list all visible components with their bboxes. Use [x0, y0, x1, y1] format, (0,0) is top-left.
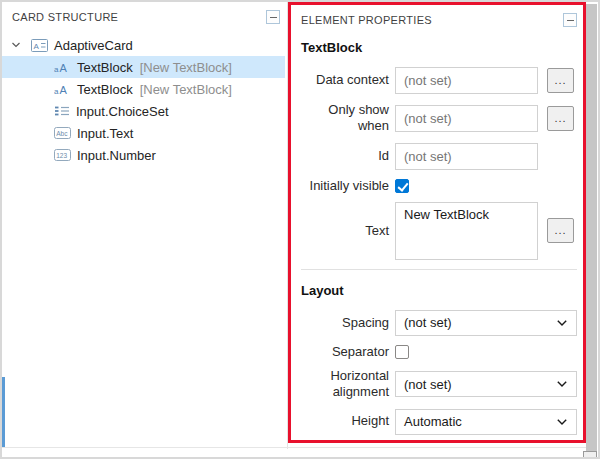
- element-properties-panel: ELEMENT PROPERTIES TextBlock Data contex…: [291, 5, 583, 443]
- input-number-icon: 123: [54, 149, 71, 161]
- field-row-id: Id: [299, 143, 579, 170]
- left-edge-selection-fragment: [2, 377, 5, 447]
- svg-text:A: A: [34, 41, 40, 50]
- spacing-label: Spacing: [299, 315, 389, 331]
- only-show-when-input[interactable]: [395, 105, 538, 132]
- svg-text:Abc: Abc: [56, 130, 68, 137]
- field-row-only-show-when: Only show when ...: [299, 102, 579, 135]
- card-structure-title: CARD STRUCTURE: [12, 11, 118, 23]
- height-value: Automatic: [404, 414, 462, 429]
- only-show-when-ellipsis-button[interactable]: ...: [547, 106, 574, 131]
- field-row-text: Text New TextBlock ...: [299, 202, 579, 260]
- horizontal-alignment-label: Horizontal alignment: [299, 368, 389, 401]
- field-row-height: Height Automatic: [299, 409, 579, 435]
- id-input[interactable]: [395, 143, 538, 170]
- section-divider: [301, 269, 577, 270]
- designer-window: CARD STRUCTURE A AdaptiveCard: [0, 0, 600, 459]
- element-properties-header: ELEMENT PROPERTIES: [299, 10, 579, 27]
- height-select[interactable]: Automatic: [395, 409, 577, 435]
- chevron-down-icon: [557, 320, 567, 326]
- clipped-ellipsis-button: [583, 451, 597, 459]
- separator-label: Separator: [299, 344, 389, 360]
- tree-item-label: Input.Text: [77, 126, 133, 141]
- text-label: Text: [299, 223, 389, 239]
- collapse-card-structure-button[interactable]: [266, 10, 280, 24]
- tree-item-input-text[interactable]: Abc Input.Text: [2, 122, 285, 144]
- section-title-layout: Layout: [301, 283, 579, 298]
- horizontal-alignment-value: (not set): [404, 377, 452, 392]
- field-row-data-context: Data context ...: [299, 67, 579, 94]
- tree-item-suffix: [New TextBlock]: [140, 82, 232, 97]
- only-show-when-label: Only show when: [299, 102, 389, 135]
- separator-checkbox[interactable]: [395, 345, 409, 359]
- text-ellipsis-button[interactable]: ...: [547, 218, 574, 243]
- layout-fields: Spacing (not set) Separator Horizontal a…: [299, 310, 579, 443]
- tree-item-adaptivecard[interactable]: A AdaptiveCard: [2, 34, 285, 56]
- chevron-down-icon: [557, 419, 567, 425]
- data-context-label: Data context: [299, 72, 389, 88]
- element-properties-title: ELEMENT PROPERTIES: [301, 14, 432, 26]
- textblock-icon: a A: [54, 83, 71, 96]
- minus-icon: [270, 17, 277, 18]
- textblock-icon: a A: [54, 61, 71, 74]
- chevron-down-icon: [557, 381, 567, 387]
- panel-bottom-divider: [2, 447, 586, 448]
- card-structure-header: CARD STRUCTURE: [2, 2, 285, 24]
- card-structure-tree: A AdaptiveCard a A TextBlock [New TextBl…: [2, 34, 285, 166]
- tree-item-label: Input.Number: [77, 148, 156, 163]
- id-label: Id: [299, 148, 389, 164]
- field-row-initially-visible: Initially visible: [299, 178, 579, 194]
- field-row-wrap: Wrap: [299, 443, 579, 444]
- height-label: Height: [299, 413, 389, 429]
- data-context-ellipsis-button[interactable]: ...: [547, 68, 574, 93]
- tree-item-label: Input.ChoiceSet: [76, 104, 169, 119]
- spacing-select[interactable]: (not set): [395, 310, 577, 336]
- horizontal-alignment-select[interactable]: (not set): [395, 371, 577, 397]
- spacing-value: (not set): [404, 315, 452, 330]
- textblock-fields: Data context ... Only show when ... Id I…: [299, 67, 579, 260]
- element-properties-highlight: ELEMENT PROPERTIES TextBlock Data contex…: [288, 2, 586, 443]
- svg-text:a: a: [54, 87, 59, 96]
- field-row-spacing: Spacing (not set): [299, 310, 579, 336]
- tree-item-label: TextBlock: [77, 82, 133, 97]
- minus-icon: [567, 20, 574, 21]
- tree-item-label: AdaptiveCard: [54, 38, 133, 53]
- tree-item-suffix: [New TextBlock]: [140, 60, 232, 75]
- tree-item-textblock-1[interactable]: a A TextBlock [New TextBlock]: [2, 56, 285, 78]
- initially-visible-checkbox[interactable]: [395, 179, 409, 193]
- choiceset-icon: [54, 105, 70, 117]
- field-row-separator: Separator: [299, 344, 579, 360]
- tree-item-label: TextBlock: [77, 60, 133, 75]
- svg-text:a: a: [54, 65, 59, 74]
- input-text-icon: Abc: [54, 127, 71, 139]
- tree-item-input-number[interactable]: 123 Input.Number: [2, 144, 285, 166]
- collapse-element-properties-button[interactable]: [563, 13, 577, 27]
- field-row-horizontal-alignment: Horizontal alignment (not set): [299, 368, 579, 401]
- card-structure-panel: CARD STRUCTURE A AdaptiveCard: [2, 2, 285, 447]
- svg-text:A: A: [60, 62, 68, 74]
- tree-item-input-choiceset[interactable]: Input.ChoiceSet: [2, 100, 285, 122]
- svg-text:123: 123: [56, 152, 67, 159]
- adaptive-card-icon: A: [31, 39, 48, 52]
- initially-visible-label: Initially visible: [299, 178, 389, 194]
- window-edge-strip: [586, 4, 597, 459]
- svg-text:A: A: [60, 84, 68, 96]
- data-context-input[interactable]: [395, 67, 538, 94]
- section-title-textblock: TextBlock: [301, 40, 579, 55]
- chevron-down-icon[interactable]: [11, 40, 27, 50]
- text-textarea[interactable]: New TextBlock: [395, 202, 538, 260]
- tree-item-textblock-2[interactable]: a A TextBlock [New TextBlock]: [2, 78, 285, 100]
- wrap-label: Wrap: [299, 443, 389, 444]
